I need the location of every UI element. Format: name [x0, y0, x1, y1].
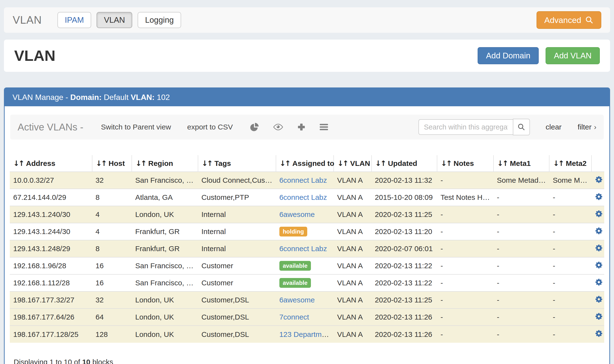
cell-vlan: VLAN A [334, 309, 371, 326]
cell-meta1: - [494, 240, 549, 257]
cell-host: 32 [92, 291, 132, 309]
sort-icon: ↓↑ [337, 159, 347, 168]
cell-meta2: - [549, 326, 591, 343]
list-view-icon[interactable] [320, 123, 328, 131]
cell-notes: - [437, 223, 494, 240]
heading-vlan-value: 102 [157, 93, 170, 102]
column-header-notes[interactable]: ↓↑Notes [437, 155, 494, 172]
vlan-manage-panel: VLAN Manage - Domain: Default VLAN: 102 … [4, 88, 610, 364]
cell-actions [591, 309, 604, 326]
cell-updated: 2020-02-13 11:26 [372, 309, 437, 326]
page-header-panel: VLAN Add Domain Add VLAN [4, 39, 610, 72]
column-header-meta2[interactable]: ↓↑Meta2 [549, 155, 591, 172]
column-header-meta1[interactable]: ↓↑Meta1 [494, 155, 549, 172]
column-header-tags[interactable]: ↓↑Tags [198, 155, 276, 172]
assigned-link[interactable]: 6connect Labz [279, 193, 327, 201]
cell-notes: - [437, 206, 494, 223]
cell-meta1: - [494, 309, 549, 326]
gear-icon[interactable] [595, 176, 603, 183]
gear-icon[interactable] [595, 278, 603, 286]
gear-icon[interactable] [595, 330, 603, 337]
assigned-link[interactable]: 6awesome [279, 210, 315, 218]
heading-vlan-label: VLAN: [131, 93, 155, 102]
assigned-link[interactable]: 123 Department… [279, 330, 334, 338]
cell-region: Frankfurt, GR [132, 240, 198, 257]
cell-meta2: - [549, 223, 591, 240]
search-input[interactable] [418, 119, 513, 135]
cell-host: 64 [92, 309, 132, 326]
search-button[interactable] [513, 119, 530, 135]
column-header-host[interactable]: ↓↑Host [92, 155, 132, 172]
gear-icon[interactable] [595, 261, 603, 269]
cell-updated: 2020-02-13 11:22 [372, 257, 437, 274]
filter-label: filter [578, 123, 591, 131]
cell-updated: 2020-02-13 11:26 [372, 326, 437, 343]
tab-ipam[interactable]: IPAM [57, 12, 91, 28]
cell-assigned-to: available [276, 257, 334, 274]
tab-logging[interactable]: Logging [138, 12, 181, 28]
cell-host: 8 [92, 189, 132, 206]
pie-chart-icon[interactable] [250, 123, 259, 131]
assigned-link[interactable]: 7connect [279, 313, 309, 321]
column-header-vlan[interactable]: ↓↑VLAN [334, 155, 371, 172]
cell-address: 198.167.177.128/25 [10, 326, 92, 343]
cell-vlan: VLAN A [334, 189, 371, 206]
sort-icon: ↓↑ [280, 159, 290, 168]
eye-icon[interactable] [273, 124, 283, 130]
column-header-actions [591, 155, 604, 172]
gear-icon[interactable] [595, 210, 603, 218]
filter-link[interactable]: filter› [578, 123, 596, 131]
clear-link[interactable]: clear [546, 123, 561, 131]
cell-host: 4 [92, 223, 132, 240]
table-row: 129.143.1.244/304Frankfurt, GRInternalho… [10, 223, 604, 240]
cell-region: London, UK [132, 206, 198, 223]
add-vlan-button[interactable]: Add VLAN [546, 47, 600, 64]
cell-vlan: VLAN A [334, 206, 371, 223]
plus-icon[interactable] [297, 123, 305, 131]
column-header-updated[interactable]: ↓↑Updated [372, 155, 437, 172]
cell-notes: - [437, 257, 494, 274]
gear-icon[interactable] [595, 244, 603, 252]
cell-meta2: - [549, 240, 591, 257]
toolbar-icons [250, 123, 328, 131]
cell-notes: - [437, 172, 494, 189]
cell-meta2: - [549, 189, 591, 206]
gear-icon[interactable] [595, 312, 603, 320]
cell-tags: Customer [198, 257, 276, 274]
column-header-region[interactable]: ↓↑Region [132, 155, 198, 172]
gear-icon[interactable] [595, 295, 603, 303]
cell-address: 198.167.177.32/27 [10, 291, 92, 309]
cell-address: 67.214.144.0/29 [10, 189, 92, 206]
active-vlans-title: Active VLANs - [18, 122, 83, 133]
assigned-link[interactable]: 6connect Labz [279, 245, 327, 253]
gear-icon[interactable] [595, 193, 603, 201]
status-badge-holding: holding [279, 227, 307, 236]
assigned-link[interactable]: 6awesome [279, 296, 315, 304]
cell-tags: Customer,DSL [198, 309, 276, 326]
table-row: 67.214.144.0/298Atlanta, GACustomer,PTP6… [10, 189, 604, 206]
cell-region: London, UK [132, 309, 198, 326]
sort-icon: ↓↑ [202, 159, 212, 168]
advanced-search-button[interactable]: Advanced [536, 11, 601, 29]
cell-actions [591, 274, 604, 291]
assigned-link[interactable]: 6connect Labz [279, 176, 327, 184]
cell-assigned-to: 6connect Labz [276, 189, 334, 206]
add-domain-button[interactable]: Add Domain [478, 47, 539, 64]
cell-vlan: VLAN A [334, 291, 371, 309]
export-csv-link[interactable]: export to CSV [187, 123, 233, 131]
cell-region: Frankfurt, GR [132, 223, 198, 240]
sort-icon: ↓↑ [96, 159, 106, 168]
status-badge-available: available [279, 278, 311, 288]
cell-updated: 2015-10-20 08:09 [372, 189, 437, 206]
cell-address: 129.143.1.248/29 [10, 240, 92, 257]
table-row: 198.167.177.64/2664London, UKCustomer,DS… [10, 309, 604, 326]
cell-address: 198.167.177.64/26 [10, 309, 92, 326]
cell-vlan: VLAN A [334, 257, 371, 274]
table-row: 192.168.1.112/2816San Francisco, CACusto… [10, 274, 604, 291]
gear-icon[interactable] [595, 227, 603, 235]
tab-vlan[interactable]: VLAN [96, 12, 132, 28]
column-header-address[interactable]: ↓↑Address [10, 155, 92, 172]
switch-parent-view-link[interactable]: Switch to Parent view [101, 123, 171, 131]
sort-icon: ↓↑ [13, 159, 24, 168]
column-header-assigned-to[interactable]: ↓↑Assigned to [276, 155, 334, 172]
